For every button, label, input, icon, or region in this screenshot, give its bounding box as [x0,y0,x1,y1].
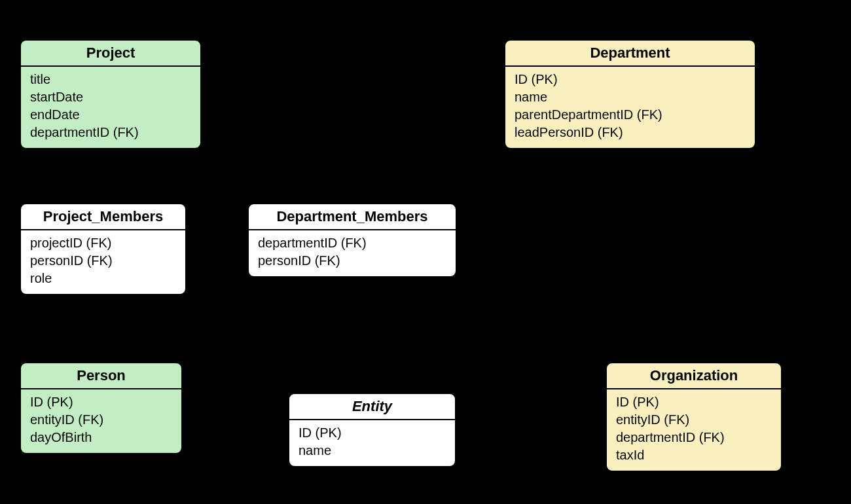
entity-title: Department_Members [249,204,456,230]
attr-row: startDate [30,88,191,106]
attr-row: parentDepartmentID (FK) [515,106,746,124]
attr-row: taxId [616,446,772,464]
attr-row: ID (PK) [299,424,446,442]
entity-title: Project [21,41,200,67]
attr-row: personID (FK) [258,252,446,270]
attr-row: role [30,270,176,287]
attr-row: projectID (FK) [30,234,176,252]
attr-row: departmentID (FK) [30,124,191,141]
entity-attrs: ID (PK) entityID (FK) dayOfBirth [21,389,181,453]
entity-title: Person [21,363,181,389]
attr-row: entityID (FK) [30,411,172,429]
attr-row: name [515,88,746,106]
attr-row: dayOfBirth [30,429,172,446]
entity-attrs: ID (PK) entityID (FK) departmentID (FK) … [607,389,781,471]
entity-title: Entity [289,394,455,420]
entity-attrs: ID (PK) name [289,420,455,466]
attr-row: name [299,442,446,459]
entity-attrs: departmentID (FK) personID (FK) [249,230,456,276]
entity-department: Department ID (PK) name parentDepartment… [504,39,756,149]
attr-row: ID (PK) [515,71,746,88]
attr-row: personID (FK) [30,252,176,270]
attr-row: ID (PK) [30,393,172,411]
entity-attrs: ID (PK) name parentDepartmentID (FK) lea… [505,67,755,148]
edge-deptmembers-to-department [357,131,504,203]
entity-project-members: Project_Members projectID (FK) personID … [20,203,187,295]
attr-row: departmentID (FK) [616,429,772,446]
entity-attrs: title startDate endDate departmentID (FK… [21,67,200,148]
attr-row: leadPersonID (FK) [515,124,746,141]
entity-title: Department [505,41,755,67]
attr-row: entityID (FK) [616,411,772,429]
entity-title: Project_Members [21,204,185,230]
attr-row: endDate [30,106,191,124]
entity-organization: Organization ID (PK) entityID (FK) depar… [606,362,782,472]
entity-project: Project title startDate endDate departme… [20,39,202,149]
attr-row: title [30,71,191,88]
attr-row: departmentID (FK) [258,234,446,252]
entity-entity: Entity ID (PK) name [288,393,456,467]
entity-department-members: Department_Members departmentID (FK) per… [247,203,457,278]
entity-title: Organization [607,363,781,389]
attr-row: ID (PK) [616,393,772,411]
entity-person: Person ID (PK) entityID (FK) dayOfBirth [20,362,183,454]
entity-attrs: projectID (FK) personID (FK) role [21,230,185,294]
